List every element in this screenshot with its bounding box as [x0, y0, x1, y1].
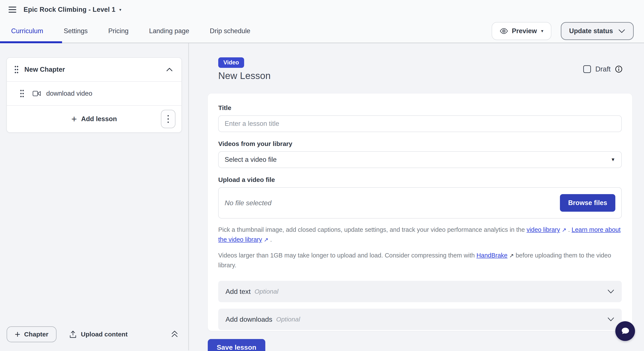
tab-drip-schedule[interactable]: Drip schedule — [210, 19, 250, 42]
chat-bubble-icon — [620, 326, 631, 337]
double-chevron-up-icon — [171, 330, 178, 338]
upload-file-label: Upload a video file — [218, 176, 622, 184]
lesson-page-title: New Lesson — [218, 70, 632, 81]
chat-widget-button[interactable] — [615, 321, 635, 341]
update-status-button[interactable]: Update status — [561, 22, 634, 40]
preview-button[interactable]: Preview ▾ — [492, 22, 551, 40]
browse-files-button[interactable]: Browse files — [560, 194, 615, 212]
title-field-group: Title — [218, 104, 622, 132]
optional-hint: Optional — [276, 316, 300, 323]
active-tab-indicator — [0, 41, 62, 43]
chevron-down-icon — [607, 317, 614, 322]
video-library-help-text: Pick a thumbnail image, add closed capti… — [218, 225, 622, 245]
chapter-card: New Chapter — [6, 57, 182, 133]
chevron-up-icon[interactable] — [166, 68, 173, 72]
chevron-down-icon — [607, 289, 614, 294]
video-library-select[interactable]: Select a video file ▼ — [218, 151, 622, 168]
help-text: Videos larger than 1GB may take longer t… — [218, 252, 476, 259]
optional-hint: Optional — [254, 288, 278, 295]
select-caret-icon: ▼ — [610, 157, 615, 162]
upload-icon — [69, 330, 76, 338]
external-link-arrow-icon: ↗ — [264, 236, 268, 243]
caret-down-icon: ▾ — [541, 28, 543, 34]
draft-checkbox[interactable] — [583, 65, 591, 73]
lesson-editor: Video New Lesson Draft Title — [189, 43, 644, 350]
draft-label: Draft — [595, 65, 610, 73]
handbrake-link[interactable]: HandBrake — [476, 252, 508, 259]
drag-handle-icon[interactable] — [20, 89, 24, 98]
video-library-link[interactable]: video library — [526, 226, 560, 233]
plus-icon: + — [72, 114, 77, 124]
update-status-label: Update status — [569, 27, 613, 35]
chapter-options-kebab-button[interactable] — [161, 110, 176, 128]
help-text: Pick a thumbnail image, add closed capti… — [218, 226, 526, 233]
lesson-item[interactable]: download video — [7, 82, 182, 106]
caret-down-icon: ▾ — [119, 7, 121, 12]
lesson-title-input[interactable] — [218, 115, 622, 132]
lesson-form-card: Title Videos from your library Select a … — [208, 94, 632, 331]
add-downloads-section[interactable]: Add downloads Optional — [218, 308, 622, 330]
curriculum-sidebar: New Chapter — [0, 43, 189, 350]
draft-toggle: Draft — [583, 65, 622, 73]
app-header: Epic Rock Climbing - Level 1 ▾ — [0, 0, 644, 19]
add-lesson-row: + Add lesson — [7, 106, 182, 132]
tab-bar: Curriculum Settings Pricing Landing page… — [0, 19, 644, 43]
upload-field-group: Upload a video file No file selected Bro… — [218, 176, 622, 218]
add-chapter-button[interactable]: + Chapter — [7, 326, 56, 342]
tabs: Curriculum Settings Pricing Landing page… — [11, 19, 250, 42]
lesson-type-badge: Video — [218, 57, 244, 68]
preview-label: Preview — [512, 27, 537, 35]
title-label: Title — [218, 104, 622, 112]
library-label: Videos from your library — [218, 140, 622, 148]
help-text: . — [566, 226, 572, 233]
info-icon[interactable] — [615, 65, 622, 73]
add-downloads-label: Add downloads — [226, 316, 272, 324]
tab-landing-page[interactable]: Landing page — [149, 19, 189, 42]
course-title: Epic Rock Climbing - Level 1 — [24, 6, 115, 14]
file-dropzone[interactable]: No file selected Browse files — [218, 187, 622, 218]
compression-help-text: Videos larger than 1GB may take longer t… — [218, 250, 622, 270]
library-field-group: Videos from your library Select a video … — [218, 140, 622, 168]
collapse-all-button[interactable] — [171, 330, 178, 338]
drag-handle-icon[interactable] — [14, 65, 19, 74]
chapter-title: New Chapter — [24, 66, 65, 74]
lesson-title: download video — [46, 90, 92, 98]
sidebar-footer: + Chapter Upload content — [0, 318, 188, 350]
tab-settings[interactable]: Settings — [64, 19, 88, 42]
add-lesson-button[interactable]: + Add lesson — [72, 114, 117, 124]
plus-icon: + — [15, 330, 20, 339]
video-camera-icon — [32, 90, 41, 96]
upload-content-button[interactable]: Upload content — [69, 330, 128, 338]
tab-curriculum[interactable]: Curriculum — [11, 19, 43, 42]
tab-pricing[interactable]: Pricing — [108, 19, 128, 42]
save-lesson-button[interactable]: Save lesson — [208, 339, 265, 351]
external-link-arrow-icon: ↗ — [562, 227, 566, 233]
chevron-down-icon — [618, 29, 626, 34]
eye-icon — [500, 28, 508, 34]
lesson-header: Video New Lesson Draft — [208, 57, 632, 81]
help-text: . — [268, 236, 272, 243]
add-lesson-label: Add lesson — [81, 115, 117, 123]
course-switcher[interactable]: Epic Rock Climbing - Level 1 ▾ — [24, 6, 121, 14]
add-text-section[interactable]: Add text Optional — [218, 281, 622, 302]
external-link-arrow-icon: ↗ — [509, 252, 514, 259]
upload-content-label: Upload content — [81, 331, 128, 338]
hamburger-menu-icon[interactable] — [8, 7, 16, 13]
no-file-text: No file selected — [225, 199, 272, 207]
video-library-select-value: Select a video file — [225, 156, 277, 164]
add-chapter-label: Chapter — [24, 331, 48, 338]
chapter-header[interactable]: New Chapter — [7, 58, 182, 82]
add-text-label: Add text — [226, 288, 250, 296]
